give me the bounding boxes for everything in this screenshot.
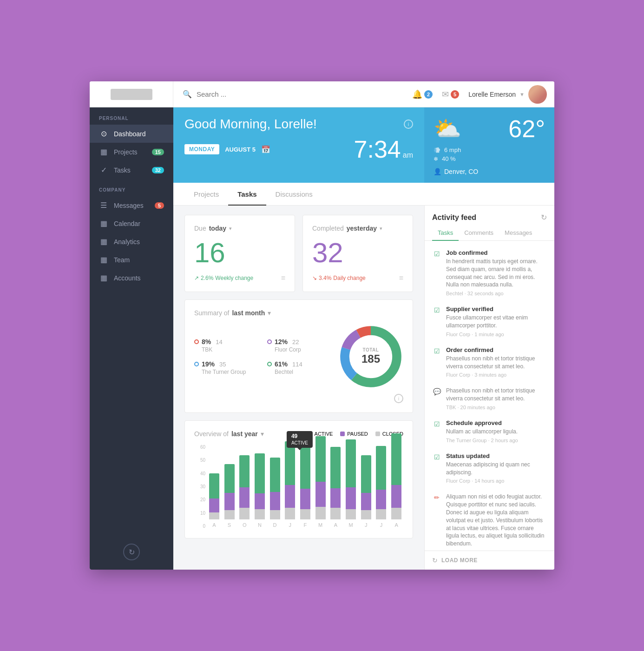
sidebar-item-messages[interactable]: ☰ Messages 5 <box>90 196 173 214</box>
sidebar-label-messages: Messages <box>114 202 144 209</box>
messages-sidebar-badge: 5 <box>155 202 164 209</box>
overview-chevron[interactable]: ▾ <box>261 430 264 438</box>
bar-closed-3 <box>255 509 265 519</box>
bar-group-5[interactable] <box>283 445 297 519</box>
wind-icon: 💨 <box>434 147 440 153</box>
bar-paused-12 <box>391 485 401 508</box>
tab-projects[interactable]: Projects <box>184 183 228 206</box>
summary-chevron[interactable]: ▾ <box>268 309 271 317</box>
greeting-info-icon[interactable]: i <box>404 120 413 129</box>
tab-tasks[interactable]: Tasks <box>228 183 266 206</box>
calendar-button[interactable]: 📅 <box>261 145 270 154</box>
bar-group-10[interactable] <box>359 445 373 519</box>
sidebar-bottom: ↻ <box>90 534 173 570</box>
bar-group-12[interactable] <box>389 445 403 519</box>
summary-item-fluor: 12% 22 Fluor Corp <box>267 338 329 353</box>
bar-paused-1 <box>224 493 235 510</box>
bar-closed-2 <box>239 508 250 519</box>
load-more-button[interactable]: ↻ LOAD MORE <box>425 551 554 570</box>
bar-group-0[interactable] <box>207 445 221 519</box>
sidebar-refresh-button[interactable]: ↻ <box>123 544 140 560</box>
bar-active-11 <box>376 446 386 490</box>
bar-group-8[interactable] <box>329 445 343 519</box>
sidebar: PERSONAL ⊙ Dashboard ▦ Projects 15 ✓ Tas… <box>90 107 173 570</box>
search-area[interactable]: 🔍 <box>173 90 405 99</box>
up-arrow-icon: ↗ <box>194 275 199 281</box>
check-icon-2: ☑ <box>432 306 441 315</box>
notifications-badge: 2 <box>424 90 433 99</box>
messages-envelope[interactable]: ✉ 5 <box>442 89 459 100</box>
sidebar-item-accounts[interactable]: ▦ Accounts <box>90 269 173 287</box>
team-icon: ▦ <box>99 255 108 264</box>
bar-paused-11 <box>376 490 386 509</box>
chart-body: 6050403020100 49 ACTIVE <box>194 445 403 529</box>
bar-closed-8 <box>330 508 341 519</box>
bar-group-6[interactable] <box>298 445 312 519</box>
bar-paused-7 <box>315 482 326 507</box>
completed-change: ↘ 3.4% Daily change <box>312 275 366 281</box>
activity-refresh-button[interactable]: ↻ <box>541 213 547 222</box>
summary-info-icon[interactable]: i <box>394 394 403 403</box>
activity-item-status-updated: ☑ Status updated Maecenas adipiscing id … <box>425 448 554 489</box>
sidebar-item-tasks[interactable]: ✓ Tasks 32 <box>90 161 173 179</box>
activity-tab-tasks[interactable]: Tasks <box>432 226 459 241</box>
legend-label-paused: PAUSED <box>347 431 368 437</box>
summary-footer: i <box>194 394 403 403</box>
messages-icon: ☰ <box>99 201 108 210</box>
bar-group-11[interactable] <box>375 445 388 519</box>
bar-active-0 <box>209 473 219 498</box>
bar-group-9[interactable] <box>344 445 358 519</box>
bar-chart-area: 6050403020100 49 ACTIVE <box>194 445 403 529</box>
donut-chart: TOTAL 185 <box>338 324 403 389</box>
main-panel: Due today ▾ 16 ↗ 2.6% Weekly change <box>173 206 424 570</box>
completed-menu-icon[interactable]: ≡ <box>399 274 403 282</box>
completed-header: Completed yesterday ▾ <box>312 225 403 232</box>
check-icon-4: ☑ <box>432 419 441 429</box>
logo <box>111 89 152 100</box>
x-label-o: O <box>237 522 251 528</box>
activity-item-supplier-verified: ☑ Supplier verified Fusce ullamcorper es… <box>425 301 554 342</box>
bar-paused-9 <box>346 487 356 509</box>
activity-content-1: Job confirmed In hendrerit mattis turpis… <box>446 249 547 296</box>
activity-header: Activity feed ↻ <box>425 206 554 222</box>
notifications-bell[interactable]: 🔔 2 <box>412 89 433 100</box>
due-footer: ↗ 2.6% Weekly change ≡ <box>194 274 285 282</box>
bar-active-9 <box>346 439 356 487</box>
activity-content-6: Status updated Maecenas adipiscing id qu… <box>446 452 547 484</box>
activity-tab-messages[interactable]: Messages <box>499 226 538 241</box>
bar-paused-6 <box>300 489 310 509</box>
sidebar-item-dashboard[interactable]: ⊙ Dashboard <box>90 125 173 143</box>
bar-group-2[interactable] <box>237 445 251 519</box>
load-more-icon: ↻ <box>432 557 438 564</box>
bar-paused-8 <box>330 488 341 508</box>
bar-group-1[interactable] <box>223 445 237 519</box>
weather-details: 💨 6 mph ❄ 40 % <box>434 146 545 162</box>
activity-title-1: Job confirmed <box>446 249 547 256</box>
bar-group-7[interactable] <box>314 445 328 519</box>
search-input[interactable] <box>197 90 395 98</box>
sidebar-item-team[interactable]: ▦ Team <box>90 251 173 269</box>
due-menu-icon[interactable]: ≡ <box>281 274 285 282</box>
bar-paused-0 <box>209 498 219 512</box>
sidebar-item-projects[interactable]: ▦ Projects 15 <box>90 143 173 161</box>
greeting-header: Good Morning, Lorelle! i MONDAY AUGUST 5… <box>173 107 554 183</box>
tbk-pct: 8% <box>202 338 211 345</box>
app-container: 🔍 🔔 2 ✉ 5 Lorelle Emerson ▼ PER <box>90 81 554 570</box>
summary-item-bechtel: 61% 114 Bechtel <box>267 360 329 375</box>
due-chevron[interactable]: ▾ <box>229 226 232 232</box>
bar-group-4[interactable] <box>268 445 282 519</box>
completed-strong: yesterday <box>347 225 377 232</box>
day-pill[interactable]: MONDAY <box>184 144 219 154</box>
sidebar-item-calendar[interactable]: ▦ Calendar <box>90 214 173 232</box>
bar-group-3[interactable] <box>253 445 267 519</box>
sidebar-item-analytics[interactable]: ▦ Analytics <box>90 232 173 251</box>
x-label-n: N <box>253 522 267 528</box>
date-text: AUGUST 5 <box>225 146 256 153</box>
sidebar-label-accounts: Accounts <box>114 274 141 282</box>
completed-chevron[interactable]: ▾ <box>380 226 382 232</box>
topbar: 🔍 🔔 2 ✉ 5 Lorelle Emerson ▼ <box>90 81 554 107</box>
activity-tab-comments[interactable]: Comments <box>459 226 499 241</box>
tab-discussions[interactable]: Discussions <box>266 183 322 206</box>
tabs-row: Projects Tasks Discussions <box>173 183 554 206</box>
user-menu[interactable]: Lorelle Emerson ▼ <box>468 85 547 104</box>
